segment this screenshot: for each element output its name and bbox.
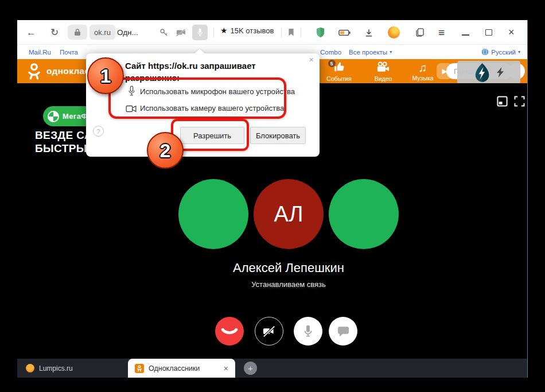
back-button[interactable]: ←	[26, 20, 36, 45]
step-marker-2: 2	[147, 132, 184, 169]
key-icon	[159, 28, 168, 37]
bookmark-item-pochta[interactable]: Почта	[60, 45, 78, 59]
plus-icon: +	[248, 363, 253, 373]
camera-icon	[126, 104, 137, 115]
star-icon: ★	[220, 26, 228, 35]
camera-off-icon	[262, 325, 277, 338]
allow-button[interactable]: Разрешить	[180, 127, 244, 144]
bookmark-item-combo[interactable]: Combo	[320, 45, 341, 59]
toolbar-divider	[213, 28, 214, 37]
reload-icon: ↻	[50, 26, 59, 38]
ok-logo-icon	[26, 63, 42, 80]
fullscreen-icon	[514, 96, 525, 107]
music-note-icon: ♫	[419, 61, 427, 73]
callee-initials: АЛ	[274, 202, 303, 227]
panels-icon	[415, 28, 424, 37]
downloads-button[interactable]	[365, 20, 373, 45]
mic-permission-button[interactable]	[192, 25, 208, 40]
dialog-title: Сайт https://ok.ru запрашиваетразрешение…	[125, 60, 314, 84]
tab-lumpics[interactable]: Lumpics.ru	[26, 359, 73, 378]
flame-icon	[388, 26, 400, 38]
microphone-icon	[197, 28, 203, 37]
bolt-icon	[497, 67, 504, 77]
pulse-circle-left	[178, 179, 248, 249]
minimize-button[interactable]	[462, 20, 469, 45]
callee-avatar: АЛ	[254, 179, 324, 249]
hangup-button[interactable]	[215, 317, 244, 346]
side-panel-button[interactable]	[415, 20, 424, 45]
reviews-widget[interactable]: ★ 15K отзывов	[220, 20, 274, 45]
lightning-drop-icon	[474, 63, 490, 83]
permission-camera: Использовать камеру вашего устройства	[140, 104, 284, 112]
battery-icon	[338, 29, 351, 36]
page-title: Одн...	[117, 20, 138, 45]
bookmark-flag-icon	[288, 28, 294, 37]
language-selector[interactable]: Русский▾	[481, 45, 520, 59]
call-status: Устанавливаем связь	[174, 280, 403, 289]
minimize-icon	[462, 34, 469, 36]
maximize-icon	[485, 29, 492, 36]
bookmark-button[interactable]	[288, 20, 294, 45]
mic-toggle-button[interactable]	[294, 317, 322, 346]
step-marker-1: 1	[87, 57, 124, 94]
chevron-down-icon: ▾	[518, 49, 520, 55]
screenshot-root: ← ↻ ok.ru Одн... ★ 15K отзывов	[0, 0, 545, 392]
toolbar-divider	[301, 28, 301, 37]
tab-strip: Lumpics.ru Одноклассники × +	[17, 359, 527, 378]
question-icon: ?	[96, 128, 100, 135]
banner-text-line1: ВЕЗДЕ СА	[35, 129, 92, 142]
pulse-circle-right	[329, 179, 399, 249]
password-manager-button[interactable]	[159, 20, 168, 45]
chat-bubble-icon	[337, 325, 350, 337]
hamburger-icon: ≡	[438, 26, 445, 39]
chat-button[interactable]	[329, 317, 357, 346]
tab-odnoklassniki[interactable]: Одноклассники ×	[128, 359, 235, 378]
microphone-icon	[303, 324, 313, 338]
reload-button[interactable]: ↻	[50, 20, 59, 45]
globe-icon	[481, 48, 489, 56]
maximize-button[interactable]	[485, 20, 492, 45]
screenshot-tool-overlay[interactable]	[457, 61, 520, 84]
tab-close-icon[interactable]: ×	[224, 364, 228, 373]
toolbar-divider	[281, 28, 282, 37]
nav-events[interactable]: 5 События	[321, 59, 357, 83]
hangup-icon	[221, 327, 238, 335]
extension-button[interactable]	[388, 20, 400, 45]
all-projects-menu[interactable]: Все проекты▾	[349, 45, 392, 59]
ok-favicon	[135, 364, 144, 373]
megafon-icon	[48, 111, 59, 122]
fullscreen-button[interactable]	[514, 96, 525, 109]
bookmark-item-mailru[interactable]: Mail.Ru	[29, 45, 51, 59]
dialog-pointer	[194, 49, 205, 54]
browser-toolbar: ← ↻ ok.ru Одн... ★ 15K отзывов	[17, 20, 527, 45]
nav-video[interactable]: Видео	[365, 59, 402, 83]
new-tab-button[interactable]: +	[244, 362, 257, 375]
lock-icon	[74, 28, 81, 36]
block-button[interactable]: Блокировать	[250, 127, 306, 144]
pip-icon	[497, 96, 508, 107]
help-button[interactable]: ?	[93, 126, 104, 137]
microphone-icon	[128, 86, 135, 99]
url-host-badge[interactable]: ok.ru	[89, 25, 115, 40]
url-host: ok.ru	[94, 28, 111, 37]
nav-music[interactable]: ♫ Музыка	[404, 59, 441, 83]
battery-saver-button[interactable]	[338, 20, 351, 45]
camera-off-icon	[176, 29, 186, 36]
events-count-badge: 5	[328, 60, 336, 67]
close-window-button[interactable]: ×	[508, 20, 515, 45]
menu-button[interactable]: ≡	[438, 20, 445, 45]
shield-icon	[316, 27, 325, 38]
picture-in-picture-button[interactable]	[497, 96, 508, 109]
close-icon: ×	[508, 26, 515, 38]
permission-mic: Использовать микрофон вашего устройства	[140, 87, 295, 96]
camera-blocked-button[interactable]	[176, 20, 186, 45]
callee-name: Алексей Лепешкин	[174, 261, 403, 275]
download-icon	[365, 29, 373, 37]
lumpics-favicon	[26, 364, 34, 372]
banner-brand: МегаФ	[63, 112, 88, 121]
back-icon: ←	[26, 27, 36, 38]
banner-text-line2: БЫСТРЫ	[35, 142, 87, 155]
site-security-button[interactable]	[68, 25, 87, 40]
video-camera-icon	[376, 61, 390, 72]
camera-toggle-button[interactable]	[255, 317, 283, 346]
